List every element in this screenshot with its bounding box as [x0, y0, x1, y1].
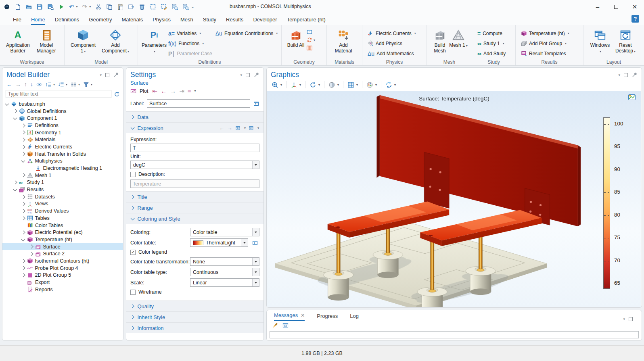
menu-temperature-ht[interactable]: Temperature (ht): [282, 15, 330, 25]
rename-icon[interactable]: [253, 100, 259, 107]
float-panel-icon[interactable]: [246, 73, 250, 77]
coloring-dropdown[interactable]: Color table: [190, 228, 259, 236]
mesh-1-button[interactable]: Mesh 1▾: [449, 27, 468, 49]
float-panel-icon[interactable]: [624, 73, 628, 77]
tree-item-materials[interactable]: Materials: [2, 136, 123, 143]
menu-geometry[interactable]: Geometry: [84, 15, 117, 25]
color-table-transformation-dropdown[interactable]: None: [190, 257, 259, 266]
tab-log[interactable]: Log: [350, 313, 359, 321]
first-plot-icon[interactable]: ⇤: [153, 88, 158, 94]
variables-button[interactable]: a=Variables▾: [167, 29, 214, 38]
build-all-button[interactable]: Build All: [285, 27, 306, 48]
tree-item-global-definitions[interactable]: Global Definitions: [2, 108, 123, 115]
plot-button[interactable]: Plot: [140, 88, 148, 94]
plot-settings-icon[interactable]: =: [188, 88, 190, 94]
delete-icon[interactable]: [139, 4, 145, 10]
show-icon[interactable]: [36, 81, 42, 88]
expression-back-icon[interactable]: ←: [219, 125, 224, 131]
back-icon[interactable]: ←: [6, 81, 12, 88]
tree-item-reports[interactable]: Reports: [2, 286, 123, 293]
section-title[interactable]: Title: [126, 191, 263, 202]
forward-icon[interactable]: →: [15, 81, 21, 88]
section-coloring-style[interactable]: Coloring and Style: [126, 213, 263, 224]
reset-desktop-button[interactable]: Reset Desktop▾: [613, 27, 638, 54]
collapse-all-icon[interactable]: ▾: [46, 81, 55, 88]
panel-menu-icon[interactable]: ▾: [240, 73, 242, 77]
transparency-icon[interactable]: ▾: [328, 81, 339, 88]
tree-item-em-heating[interactable]: Electromagnetic Heating 1: [2, 165, 123, 172]
insert-expression-icon[interactable]: [249, 125, 254, 131]
tab-progress[interactable]: Progress: [317, 313, 338, 321]
tree-item-tables[interactable]: Tables: [2, 215, 123, 222]
move-up-icon[interactable]: ↑: [24, 81, 27, 88]
tree-item-geometry-1[interactable]: Geometry 1: [2, 129, 123, 136]
compute-button[interactable]: =Compute: [476, 29, 507, 38]
open-color-table-icon[interactable]: [251, 238, 259, 247]
section-expression[interactable]: Expression ← → ▾ ▾: [126, 122, 263, 133]
clear-messages-icon[interactable]: [272, 322, 278, 328]
tree-item-datasets[interactable]: Datasets: [2, 193, 123, 200]
section-data[interactable]: Data: [126, 111, 263, 122]
pin-icon[interactable]: [113, 72, 119, 78]
color-table-dropdown[interactable]: ThermalLight: [190, 238, 248, 247]
unit-dropdown[interactable]: degC: [130, 161, 259, 169]
section-information[interactable]: Information: [126, 322, 263, 333]
build-mesh-button[interactable]: Build Mesh: [431, 27, 449, 54]
menu-materials[interactable]: Materials: [117, 15, 148, 25]
tab-messages[interactable]: Messages✕: [274, 312, 305, 321]
refresh-icon[interactable]: [114, 91, 120, 97]
tree-item-heat-transfer[interactable]: Heat Transfer in Solids: [2, 150, 123, 158]
menu-mesh[interactable]: Mesh: [176, 15, 198, 25]
functions-button[interactable]: f(x)Functions▾: [167, 39, 214, 48]
rotate-icon[interactable]: ▾: [309, 81, 320, 88]
node-columns-icon[interactable]: ▾: [71, 81, 80, 88]
redo-icon[interactable]: ↷: [82, 4, 88, 10]
application-builder-button[interactable]: A Application Builder: [4, 27, 32, 54]
pin-icon[interactable]: [631, 72, 638, 78]
undo-icon[interactable]: ↶: [69, 4, 74, 10]
expression-input[interactable]: [130, 144, 259, 152]
help-button[interactable]: ?: [631, 15, 639, 23]
panel-menu-icon[interactable]: ▾: [623, 317, 625, 321]
undo-caret-icon[interactable]: ▾: [76, 5, 78, 8]
open-message-window-icon[interactable]: [282, 322, 289, 328]
description-checkbox[interactable]: [130, 172, 136, 177]
tree-item-2d-plot-group-5[interactable]: 2D Plot Group 5: [2, 272, 123, 279]
last-plot-icon[interactable]: ⇥: [179, 88, 184, 94]
new-file-icon[interactable]: [15, 4, 21, 10]
model-manager-button[interactable]: Model Manager: [32, 27, 61, 54]
float-panel-icon[interactable]: [629, 317, 633, 321]
partition-geometry-icon[interactable]: [306, 45, 315, 51]
add-physics-button[interactable]: Add Physics: [366, 39, 418, 48]
copy-icon[interactable]: [106, 4, 113, 10]
filter-icon[interactable]: ▾: [83, 81, 92, 88]
tree-item-views[interactable]: Views: [2, 200, 123, 208]
section-inherit-style[interactable]: Inherit Style: [126, 311, 263, 322]
tree-item-export[interactable]: Export: [2, 279, 123, 286]
parameters-button[interactable]: Pi Parameters▾: [142, 27, 167, 54]
add-plot-group-button[interactable]: Add Plot Group▾: [519, 39, 571, 48]
equation-contributions-button[interactable]: ΔuEquation Contributions▾: [214, 29, 280, 38]
section-range[interactable]: Range: [126, 202, 263, 213]
find-icon[interactable]: [182, 4, 189, 10]
add-component-button[interactable]: Add Component▾: [98, 27, 133, 54]
select-pen-icon[interactable]: [161, 4, 167, 10]
minimize-button[interactable]: –: [588, 0, 607, 13]
tree-item-isothermal-contours[interactable]: Isothermal Contours (ht): [2, 257, 123, 265]
tree-item-mesh-1[interactable]: Mesh 1: [2, 172, 123, 179]
expression-forward-icon[interactable]: →: [227, 125, 232, 131]
tree-item-busbar[interactable]: busbar.mph: [2, 100, 123, 108]
temperature-plot-button[interactable]: Temperature (ht)▾: [519, 29, 571, 38]
pin-icon[interactable]: [253, 72, 259, 78]
import-geometry-icon[interactable]: [306, 29, 315, 35]
wireframe-checkbox[interactable]: [130, 290, 136, 295]
move-down-icon[interactable]: ↓: [30, 81, 33, 88]
replace-expression-icon[interactable]: [235, 125, 240, 131]
rebuild-geometry-icon[interactable]: ▾: [306, 37, 315, 43]
grid-icon[interactable]: ▾: [347, 81, 358, 88]
select-box-icon[interactable]: [150, 4, 156, 10]
tree-item-electric-potential[interactable]: Electric Potential (ec): [2, 229, 123, 236]
menu-physics[interactable]: Physics: [148, 15, 176, 25]
component-1-button[interactable]: Component 1▾: [68, 27, 98, 54]
search-model-icon[interactable]: [171, 4, 178, 10]
